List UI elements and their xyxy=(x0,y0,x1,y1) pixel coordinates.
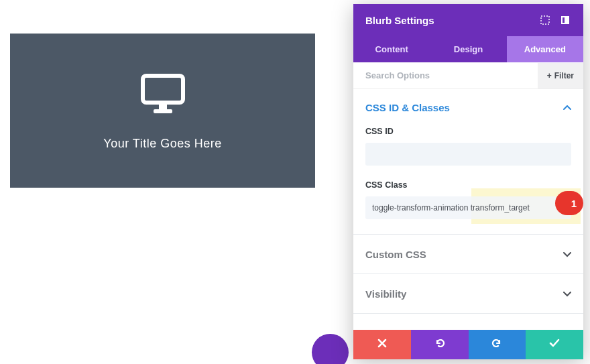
svg-rect-3 xyxy=(541,16,549,24)
panel-header: Blurb Settings xyxy=(353,4,583,36)
panel-footer xyxy=(353,330,583,359)
filter-label: Filter xyxy=(554,71,574,80)
svg-rect-1 xyxy=(159,103,167,109)
section-title: Custom CSS xyxy=(365,249,563,260)
svg-rect-0 xyxy=(143,76,183,103)
section-title: Visibility xyxy=(365,288,563,300)
tab-advanced[interactable]: Advanced xyxy=(507,36,583,62)
settings-panel: Blurb Settings Content Design Advanced S… xyxy=(353,4,583,359)
tabs: Content Design Advanced xyxy=(353,36,583,62)
section-visibility[interactable]: Visibility xyxy=(353,274,583,313)
section-title: CSS ID & Classes xyxy=(365,102,563,113)
css-id-label: CSS ID xyxy=(365,127,571,136)
callout-badge: 1 xyxy=(555,191,583,215)
panel-title: Blurb Settings xyxy=(365,15,531,26)
save-button[interactable] xyxy=(526,330,583,359)
tab-design[interactable]: Design xyxy=(430,36,506,62)
plus-icon: + xyxy=(547,71,552,80)
canvas-area: Your Title Goes Here xyxy=(0,0,349,364)
svg-rect-5 xyxy=(563,17,565,23)
svg-rect-2 xyxy=(154,109,172,113)
redo-icon xyxy=(491,338,502,351)
chevron-down-icon xyxy=(563,288,571,300)
section-css-id-classes: CSS ID & Classes CSS ID CSS Class 1 xyxy=(353,89,583,234)
blurb-title: Your Title Goes Here xyxy=(23,137,302,151)
chevron-down-icon xyxy=(563,248,571,260)
cancel-button[interactable] xyxy=(353,330,411,359)
css-id-input[interactable] xyxy=(365,143,571,166)
check-icon xyxy=(549,339,560,351)
blurb-module[interactable]: Your Title Goes Here xyxy=(10,34,315,188)
css-class-input[interactable] xyxy=(365,196,571,219)
filter-button[interactable]: + Filter xyxy=(538,63,583,88)
snap-icon[interactable] xyxy=(559,15,571,25)
undo-icon xyxy=(434,338,445,351)
highlight: 1 xyxy=(365,196,571,219)
section-custom-css[interactable]: Custom CSS xyxy=(353,234,583,274)
monitor-icon xyxy=(141,74,185,117)
section-transitions[interactable]: Transitions xyxy=(353,313,583,330)
tab-content[interactable]: Content xyxy=(353,36,430,62)
section-header[interactable]: CSS ID & Classes xyxy=(365,101,571,113)
close-icon xyxy=(377,339,387,351)
search-row: Search Options + Filter xyxy=(353,62,583,89)
undo-button[interactable] xyxy=(411,330,469,359)
redo-button[interactable] xyxy=(469,330,526,359)
search-input[interactable]: Search Options xyxy=(353,62,538,88)
svg-rect-4 xyxy=(561,16,569,24)
panel-body: CSS ID & Classes CSS ID CSS Class 1 Cust… xyxy=(353,89,583,330)
chevron-up-icon xyxy=(563,101,571,113)
expand-icon[interactable] xyxy=(539,15,551,25)
